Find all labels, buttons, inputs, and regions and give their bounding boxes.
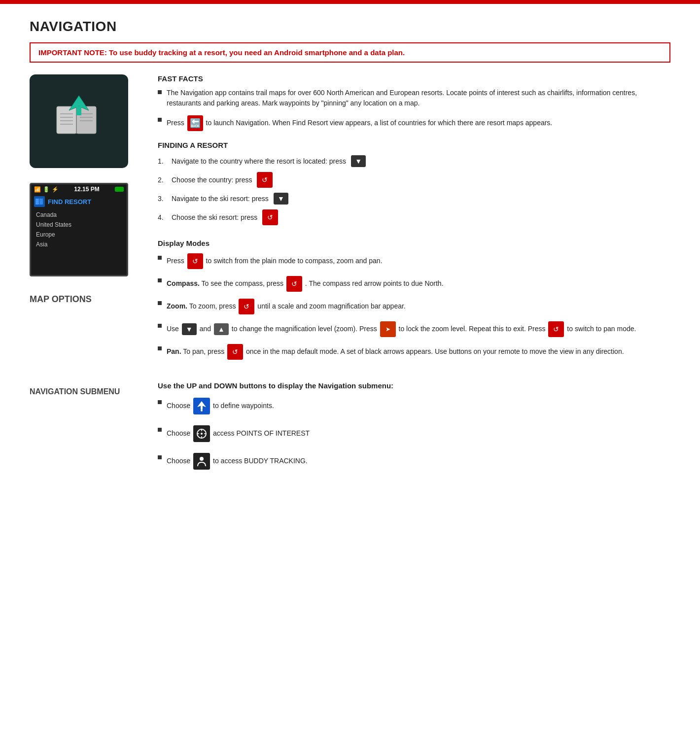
nav-submenu-heading: NAVIGATION SUBMENU xyxy=(30,386,138,397)
finding-resort-title: FINDING A RESORT xyxy=(158,141,670,149)
display-mode-item-1: Press ↺ to switch from the plain mode to… xyxy=(158,253,670,269)
step-2-num: 2. xyxy=(158,176,168,184)
zoom-label: Zoom. xyxy=(167,302,187,310)
important-note: IMPORTANT NOTE: To use buddy tracking at… xyxy=(30,42,670,63)
step-1: 1. Navigate to the country where the res… xyxy=(158,155,670,167)
buddy-tracking-icon xyxy=(193,453,210,470)
display-mode-item-5: Pan. To pan, press ↺ once in the map def… xyxy=(158,344,670,360)
device-time: 12.15 PM xyxy=(74,186,99,193)
display-mode-item-4: Use ▼ and ▲ to change the magnification … xyxy=(158,321,670,337)
nav-submenu-right-col: Use the UP and DOWN buttons to display t… xyxy=(158,381,670,480)
svg-rect-12 xyxy=(35,199,39,205)
pan-icon: ↺ xyxy=(227,344,243,360)
step-2: 2. Choose the country: press ↺ xyxy=(158,172,670,188)
display-modes-section: Display Modes Press ↺ to switch from the… xyxy=(158,239,670,360)
page-title: NAVIGATION xyxy=(30,19,670,34)
bullet-dm-5 xyxy=(158,346,162,350)
submenu-text-3: Choose to access BUDDY TRACKING. xyxy=(167,453,308,470)
switch-mode-icon: ↺ xyxy=(187,253,203,269)
app-icon-container: 📶 🔋 ⚡ 12.15 PM xyxy=(30,74,138,367)
step-3-text: Navigate to the ski resort: press xyxy=(172,195,269,203)
display-modes-title: Display Modes xyxy=(158,239,670,247)
submenu-item-2: Choose access P xyxy=(158,425,670,442)
device-status-icons: 📶 🔋 ⚡ xyxy=(34,186,59,193)
fast-facts-content: FAST FACTS The Navigation app contains t… xyxy=(158,74,670,131)
down-arrow-icon: ▼ xyxy=(182,323,197,335)
bullet-2 xyxy=(158,118,162,122)
compass-icon: ↺ xyxy=(286,276,302,292)
submenu-item-3: Choose to access BUDDY TRACKING. xyxy=(158,453,670,470)
step-4-text: Choose the ski resort: press xyxy=(172,213,257,221)
map-options-heading: MAP OPTIONS xyxy=(30,294,92,304)
map-options-label-left: MAP OPTIONS xyxy=(30,294,138,305)
buddy-icon-svg xyxy=(196,455,207,467)
poi-icon xyxy=(193,425,210,442)
device-status-bar: 📶 🔋 ⚡ 12.15 PM xyxy=(31,184,127,194)
fast-facts-list: The Navigation app contains trail maps f… xyxy=(158,88,670,131)
pan-mode-icon: ↺ xyxy=(548,321,564,337)
choose-label-3: Choose xyxy=(167,457,190,465)
svg-rect-0 xyxy=(57,106,76,134)
bullet-dm-2 xyxy=(158,278,162,282)
submenu-item-1: Choose to define waypoints. xyxy=(158,398,670,414)
display-mode-item-3: Zoom. To zoom, press ↺ until a scale and… xyxy=(158,299,670,314)
fast-facts-section: 📶 🔋 ⚡ 12.15 PM xyxy=(30,74,670,367)
display-modes-list: Press ↺ to switch from the plain mode to… xyxy=(158,253,670,360)
waypoints-icon xyxy=(193,398,210,414)
fast-facts-text-2: Press 🔙 to launch Navigation. When Find … xyxy=(167,115,552,131)
device-menu-header: FIND RESORT xyxy=(31,194,127,209)
pin-icon-svg xyxy=(196,400,207,412)
submenu-instruction: Use the UP and DOWN buttons to display t… xyxy=(158,381,670,390)
device-find-resort-label: FIND RESORT xyxy=(48,198,91,206)
svg-point-21 xyxy=(201,433,203,435)
step-4: 4. Choose the ski resort: press ↺ xyxy=(158,209,670,225)
display-mode-item-2: Compass. To see the compass, press ↺ . T… xyxy=(158,276,670,292)
bullet-sub-1 xyxy=(158,400,162,404)
svg-rect-18 xyxy=(201,406,203,410)
dm-text-4: Use ▼ and ▲ to change the magnification … xyxy=(167,321,636,337)
up-arrow-icon: ▲ xyxy=(214,323,229,335)
zoom-icon: ↺ xyxy=(239,299,254,314)
step-2-icon: ↺ xyxy=(257,172,273,188)
finding-resort-steps: 1. Navigate to the country where the res… xyxy=(158,155,670,225)
step-3-num: 3. xyxy=(158,195,168,203)
dm-text-1: Press ↺ to switch from the plain mode to… xyxy=(167,253,383,269)
submenu-bullets: Choose to define waypoints. xyxy=(158,398,670,470)
compass-poi-icon-svg xyxy=(196,428,207,439)
svg-rect-13 xyxy=(39,199,43,205)
step-2-text: Choose the country: press xyxy=(172,176,252,184)
top-red-bar xyxy=(0,0,700,4)
fast-facts-item-2: Press 🔙 to launch Navigation. When Find … xyxy=(158,115,670,131)
device-battery xyxy=(115,187,124,192)
bullet-1 xyxy=(158,90,162,94)
svg-rect-11 xyxy=(76,106,81,115)
bullet-dm-3 xyxy=(158,301,162,305)
lock-zoom-icon: ➤ xyxy=(380,321,396,337)
bullet-dm-4 xyxy=(158,324,162,328)
step-4-icon: ↺ xyxy=(262,209,278,225)
bullet-sub-3 xyxy=(158,455,162,459)
step-1-icon: ▼ xyxy=(351,155,366,167)
navigation-app-icon xyxy=(30,74,128,168)
device-menu-item-europe: Europe xyxy=(36,230,122,240)
submenu-text-1: Choose to define waypoints. xyxy=(167,398,274,414)
nav-submenu-section: NAVIGATION SUBMENU Use the UP and DOWN b… xyxy=(30,381,670,480)
dm-text-2: Compass. To see the compass, press ↺ . T… xyxy=(167,276,444,292)
step-4-num: 4. xyxy=(158,213,168,221)
fast-facts-title: FAST FACTS xyxy=(158,74,670,83)
device-screen: 📶 🔋 ⚡ 12.15 PM xyxy=(30,183,128,276)
compass-label: Compass. xyxy=(167,279,200,287)
step-3: 3. Navigate to the ski resort: press ▼ xyxy=(158,193,670,205)
step-3-icon: ▼ xyxy=(274,193,288,205)
step-1-text: Navigate to the country where the resort… xyxy=(172,157,346,165)
device-menu-item-canada: Canada xyxy=(36,210,122,220)
device-menu-item-asia: Asia xyxy=(36,240,122,249)
bullet-dm-1 xyxy=(158,256,162,260)
step-1-num: 1. xyxy=(158,157,168,165)
fast-facts-text-1: The Navigation app contains trail maps f… xyxy=(167,88,670,108)
svg-point-26 xyxy=(200,457,204,461)
fast-facts-item-1: The Navigation app contains trail maps f… xyxy=(158,88,670,108)
submenu-text-2: Choose access P xyxy=(167,425,310,442)
dm-text-3: Zoom. To zoom, press ↺ until a scale and… xyxy=(167,299,406,314)
press-label-1: Press xyxy=(167,119,184,127)
